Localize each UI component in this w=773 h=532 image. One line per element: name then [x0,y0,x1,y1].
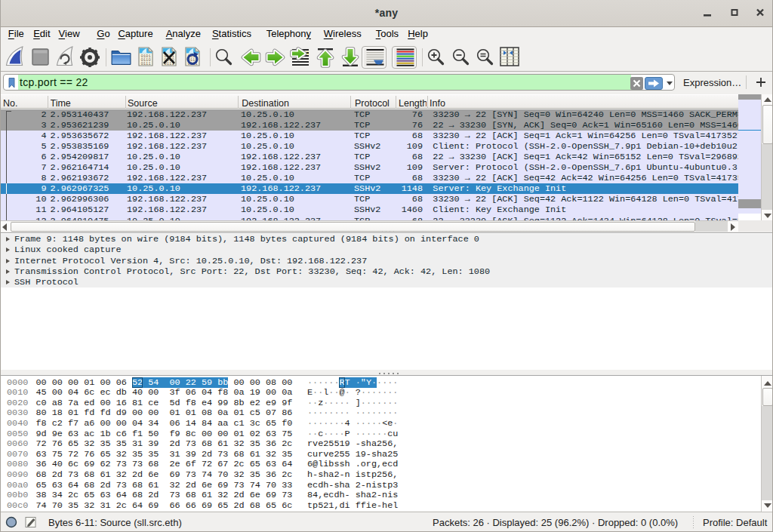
svg-text:0111: 0111 [141,61,152,66]
